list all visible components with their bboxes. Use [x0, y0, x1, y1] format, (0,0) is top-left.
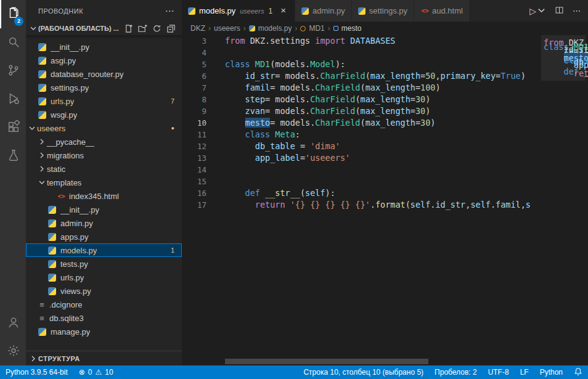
activity-settings-button[interactable] [0, 337, 26, 365]
tree-item-templates[interactable]: templates [26, 176, 182, 189]
tab-label: settings.py [369, 6, 407, 15]
line-number[interactable]: 15 [182, 176, 218, 187]
tree-item-label: admin.py [60, 219, 93, 228]
tree-item-settings-py[interactable]: settings.py [26, 81, 182, 94]
activity-accounts-button[interactable] [0, 309, 26, 337]
code-line[interactable]: app_label='useeers' [225, 152, 540, 164]
line-number[interactable]: 16 [182, 187, 218, 199]
line-number[interactable]: 12 [182, 141, 218, 152]
status-problems[interactable]: ⊗0⚠10 [73, 365, 119, 379]
code-line[interactable]: return '{} {} {} {} {}'.format(self.id_s… [225, 199, 540, 211]
code-line[interactable]: zvan= models.CharField(max_length=30) [225, 105, 540, 117]
tree-item-label: settings.py [51, 83, 89, 92]
tab-bar: models.pyuseeers1×admin.pysettings.py<>a… [182, 0, 588, 22]
line-number[interactable]: 17 [182, 199, 218, 211]
status-eol[interactable]: LF [515, 365, 534, 379]
breadcrumb-item-useeers[interactable]: useeers [214, 24, 240, 33]
status-cursor-position[interactable]: Строка 10, столбец 10 (выбрано 5) [298, 365, 429, 379]
breadcrumb-item-models-py[interactable]: models.py [249, 24, 292, 33]
tree-item-apps-py[interactable]: apps.py [26, 230, 182, 243]
tab-aud-html[interactable]: <>aud.html [414, 0, 470, 22]
line-number[interactable]: 7 [182, 82, 218, 94]
error-count: 0 [88, 368, 92, 377]
tree-item-admin-py[interactable]: admin.py [26, 216, 182, 230]
code-line[interactable]: from DKZ.settings import DATABASES [225, 35, 540, 47]
line-number[interactable]: 4 [182, 47, 218, 59]
split-editor-button[interactable] [555, 6, 564, 17]
activity-explorer-button[interactable]: 2 [0, 0, 26, 28]
tree-item-urls-py[interactable]: urls.py7 [26, 94, 182, 108]
tree-item-manage-py[interactable]: manage.py [26, 325, 182, 338]
tree-item-static[interactable]: static [26, 162, 182, 176]
line-number[interactable]: 3 [182, 35, 218, 47]
breadcrumb-item-md1[interactable]: MD1 [300, 24, 324, 33]
line-number[interactable]: 8 [182, 94, 218, 105]
tree-item-models-py[interactable]: models.py1 [26, 243, 182, 257]
code-line[interactable]: def __str__(self): [225, 187, 540, 199]
line-number[interactable]: 14 [182, 164, 218, 176]
activity-run-debug-button[interactable] [0, 85, 26, 113]
collapse-all-icon[interactable] [166, 24, 176, 33]
outline-section-header[interactable]: СТРУКТУРА [26, 351, 182, 365]
status-python-interpreter[interactable]: Python 3.9.5 64-bit [0, 365, 73, 379]
code-line[interactable]: mesto= models.CharField(max_length=30) [225, 117, 540, 129]
tree-item-asgi-py[interactable]: asgi.py [26, 54, 182, 67]
code-editor[interactable]: 34567891011121314151617 from DKZ.setting… [182, 35, 588, 365]
close-icon[interactable]: × [278, 6, 288, 16]
workspace-label: (РАБОЧАЯ ОБЛАСТЬ) ... [38, 25, 124, 32]
activity-extensions-button[interactable] [0, 113, 26, 142]
tree-item-migrations[interactable]: migrations [26, 149, 182, 162]
line-number[interactable]: 11 [182, 129, 218, 141]
tree-item-tests-py[interactable]: tests.py [26, 257, 182, 271]
breadcrumb-separator-icon: › [295, 24, 297, 33]
explorer-more-actions-icon[interactable]: ⋯ [165, 6, 175, 15]
code-line[interactable]: class Meta: [225, 129, 540, 141]
code-line[interactable]: id_str= models.CharField(max_length=50,p… [225, 70, 540, 82]
refresh-icon[interactable] [152, 24, 161, 33]
activity-source-control-button[interactable] [0, 57, 26, 85]
line-number[interactable]: 5 [182, 59, 218, 70]
minimap[interactable]: from DKZ.settings import DATABASES class… [542, 35, 584, 365]
activity-search-button[interactable] [0, 28, 26, 57]
code-line[interactable]: famil= models.CharField(max_length=100) [225, 82, 540, 94]
line-number[interactable]: 9 [182, 105, 218, 117]
tree-item-urls-py[interactable]: urls.py [26, 271, 182, 284]
tree-item--init-py[interactable]: __init__.py [26, 203, 182, 216]
tree-item-database-roouter-py[interactable]: database_roouter.py [26, 67, 182, 81]
line-number[interactable]: 6 [182, 70, 218, 82]
tab-settings-py[interactable]: settings.py [352, 0, 414, 22]
tree-item--init-py[interactable]: __init__.py [26, 40, 182, 54]
tree-item-wsgi-py[interactable]: wsgi.py [26, 108, 182, 121]
tree-item-useeers[interactable]: useeers● [26, 121, 182, 135]
line-number[interactable]: 10 [182, 117, 218, 129]
status-language-mode[interactable]: Python [534, 365, 568, 379]
breadcrumb-item-mesto[interactable]: mesto [333, 24, 362, 33]
python-file-icon [249, 25, 255, 31]
code-line[interactable] [225, 164, 540, 176]
horizontal-scrollbar[interactable] [225, 359, 428, 364]
tab-admin-py[interactable]: admin.py [295, 0, 352, 22]
breadcrumb-item-dkz[interactable]: DKZ [190, 24, 205, 33]
activity-testing-button[interactable] [0, 142, 26, 170]
status-indentation[interactable]: Пробелов: 2 [429, 365, 483, 379]
code-line[interactable] [225, 176, 540, 187]
run-button[interactable]: ▷ [529, 6, 546, 17]
new-folder-icon[interactable] [138, 24, 147, 33]
code-line[interactable]: step= models.CharField(max_length=30) [225, 94, 540, 105]
tree-item-db-sqlite3[interactable]: ≡db.sqlite3 [26, 311, 182, 325]
tree-item--pycache-[interactable]: __pycache__ [26, 135, 182, 149]
tree-item-views-py[interactable]: views.py [26, 284, 182, 298]
line-number[interactable]: 13 [182, 152, 218, 164]
new-file-icon[interactable] [124, 24, 133, 33]
code-line[interactable]: class MD1(models.Model): [225, 59, 540, 70]
code-line[interactable]: db_table = 'dima' [225, 141, 540, 152]
tree-item-label: models.py [60, 246, 97, 255]
tree-item-index345-html[interactable]: <>index345.html [26, 189, 182, 203]
code-line[interactable] [225, 47, 540, 59]
tree-item--dcignore[interactable]: ≡.dcignore [26, 298, 182, 311]
more-actions-button[interactable]: ⋯ [573, 6, 581, 15]
notifications-button[interactable] [568, 365, 588, 379]
tab-models-py[interactable]: models.pyuseeers1× [182, 0, 295, 22]
status-encoding[interactable]: UTF-8 [483, 365, 515, 379]
workspace-section-header[interactable]: (РАБОЧАЯ ОБЛАСТЬ) ... [26, 22, 182, 35]
